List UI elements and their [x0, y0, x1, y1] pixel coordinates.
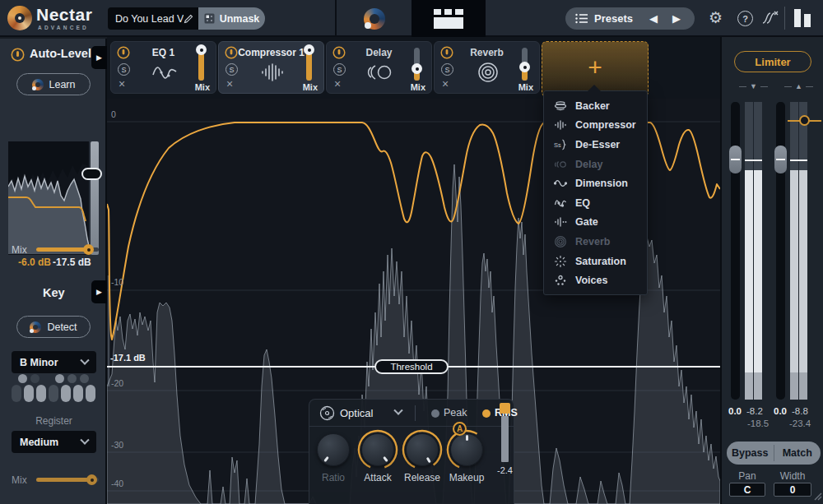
- module-card-delay[interactable]: Delay S × Mix: [326, 41, 432, 94]
- ni-logo-icon: [793, 9, 814, 27]
- assistant-icon: [364, 8, 385, 30]
- solo-button[interactable]: S: [118, 63, 130, 76]
- key-mix-slider[interactable]: [36, 478, 99, 482]
- compressor-controls-panel: Optical Peak RMS Ratio Attack Release A …: [309, 399, 514, 504]
- compressor-header: Optical Peak RMS: [309, 400, 514, 427]
- learn-button[interactable]: Learn: [16, 73, 91, 95]
- resize-handle[interactable]: [812, 491, 822, 501]
- limiter-button[interactable]: Limiter: [734, 51, 811, 72]
- power-icon[interactable]: [332, 46, 346, 59]
- input-fader-handle[interactable]: [729, 146, 742, 173]
- makeup-label: Makeup: [444, 472, 489, 483]
- close-button[interactable]: ×: [334, 78, 341, 90]
- output-meter-expand[interactable]: ▲: [784, 82, 813, 90]
- output-meter-left: [790, 102, 798, 400]
- mix-slider-handle[interactable]: [196, 44, 207, 55]
- power-icon[interactable]: [225, 46, 238, 59]
- ratio-label: Ratio: [311, 472, 356, 483]
- menu-item-voices[interactable]: Voices: [544, 270, 647, 290]
- signal-flow-icon[interactable]: [761, 10, 779, 26]
- menu-item-backer[interactable]: Backer: [544, 96, 647, 116]
- menu-item-compressor[interactable]: Compressor: [544, 116, 647, 136]
- auto-level-slider-handle[interactable]: [81, 168, 102, 180]
- solo-button[interactable]: S: [226, 63, 238, 76]
- track-name-value: Do You Lead Voc: [115, 13, 184, 25]
- close-button[interactable]: ×: [226, 78, 233, 90]
- app-name: Nectar: [36, 5, 92, 25]
- limiter-threshold-handle[interactable]: [799, 115, 810, 126]
- pan-value-box[interactable]: C: [729, 483, 765, 497]
- nectar-plugin-window: { "app": { "name": "Nectar", "edition": …: [0, 0, 823, 504]
- unmask-button[interactable]: Unmask: [198, 7, 265, 30]
- axis-tick-30: -30: [111, 440, 123, 450]
- auto-level-mix-slider[interactable]: [36, 247, 99, 252]
- input-meter-right: [754, 102, 762, 400]
- threshold-handle[interactable]: Threshold: [374, 359, 449, 374]
- menu-item-reverb: Reverb: [544, 232, 647, 252]
- settings-gear-icon[interactable]: ⚙: [709, 8, 723, 27]
- module-card-eq[interactable]: EQ 1 S × Mix: [110, 41, 216, 94]
- release-knob[interactable]: [400, 428, 444, 472]
- ratio-knob[interactable]: [311, 428, 356, 472]
- close-button[interactable]: ×: [442, 78, 449, 90]
- add-module-menu: Backer Compressor Ss De-Esser Delay Dime…: [543, 90, 648, 295]
- input-rms-value: -8.2: [746, 406, 763, 416]
- key-select[interactable]: B Minor: [12, 351, 96, 373]
- learn-label: Learn: [49, 79, 76, 90]
- mix-slider-handle[interactable]: [412, 63, 422, 74]
- module-card-compressor[interactable]: Compressor 1 S × Mix: [218, 41, 324, 94]
- optical-mode-icon: [319, 405, 335, 421]
- rms-radio[interactable]: [482, 409, 491, 418]
- gain-reduction-handle[interactable]: [500, 403, 510, 414]
- tab-module-chain[interactable]: [412, 0, 486, 37]
- close-button[interactable]: ×: [119, 78, 125, 90]
- triangle-down-icon: ▼: [750, 82, 757, 90]
- detect-button[interactable]: Detect: [16, 316, 91, 338]
- power-icon[interactable]: [440, 46, 453, 59]
- menu-item-delay: Delay: [544, 155, 647, 174]
- compressor-mode-select[interactable]: Optical: [340, 407, 373, 419]
- key-expand-button[interactable]: ▶: [91, 280, 107, 303]
- auto-level-expand-button[interactable]: ▶: [91, 46, 107, 69]
- width-value-box[interactable]: 0: [774, 483, 811, 497]
- auto-level-title: Auto-Level: [30, 47, 91, 60]
- gate-icon: [552, 215, 568, 229]
- help-icon[interactable]: ?: [737, 11, 753, 26]
- menu-item-saturation[interactable]: Saturation: [544, 252, 647, 271]
- presets-control[interactable]: Presets ◀ ▶: [565, 7, 695, 30]
- output-fader-handle[interactable]: [774, 146, 787, 173]
- auto-level-power-icon[interactable]: [11, 48, 25, 62]
- auto-level-target-slider[interactable]: [91, 141, 99, 255]
- app-edition: ADVANCED: [38, 25, 89, 30]
- power-icon[interactable]: [117, 46, 130, 59]
- menu-item-eq[interactable]: EQ: [544, 193, 647, 213]
- delay-icon: [361, 60, 399, 85]
- unmask-label: Unmask: [220, 13, 260, 25]
- track-name-field[interactable]: Do You Lead Voc: [108, 7, 198, 30]
- bypass-button[interactable]: Bypass: [727, 442, 774, 465]
- axis-tick-0: 0: [111, 109, 116, 119]
- peak-label[interactable]: Peak: [444, 407, 467, 418]
- module-card-reverb[interactable]: Reverb S × Mix: [434, 41, 540, 94]
- solo-button[interactable]: S: [333, 63, 346, 76]
- mix-label: Mix: [195, 82, 210, 92]
- menu-item-de-esser[interactable]: Ss De-Esser: [544, 135, 647, 155]
- menu-item-dimension[interactable]: Dimension: [544, 173, 647, 193]
- makeup-knob[interactable]: [444, 428, 489, 472]
- preset-next-button[interactable]: ▶: [668, 7, 685, 30]
- preset-prev-button[interactable]: ◀: [645, 7, 662, 30]
- match-button[interactable]: Match: [774, 442, 821, 465]
- attack-knob[interactable]: [356, 428, 400, 472]
- register-select[interactable]: Medium: [12, 431, 96, 453]
- width-label: Width: [774, 470, 811, 482]
- input-meter-collapse[interactable]: ▼: [739, 82, 768, 90]
- menu-item-gate[interactable]: Gate: [544, 213, 647, 233]
- key-piano-indicator: [12, 374, 97, 402]
- mix-slider-handle[interactable]: [304, 44, 314, 55]
- solo-button[interactable]: S: [441, 63, 453, 76]
- mix-slider-handle[interactable]: [519, 62, 530, 72]
- pencil-icon: [184, 14, 193, 24]
- tab-assistant[interactable]: [337, 0, 412, 37]
- auto-makeup-badge[interactable]: A: [453, 422, 467, 436]
- peak-radio[interactable]: [431, 409, 439, 418]
